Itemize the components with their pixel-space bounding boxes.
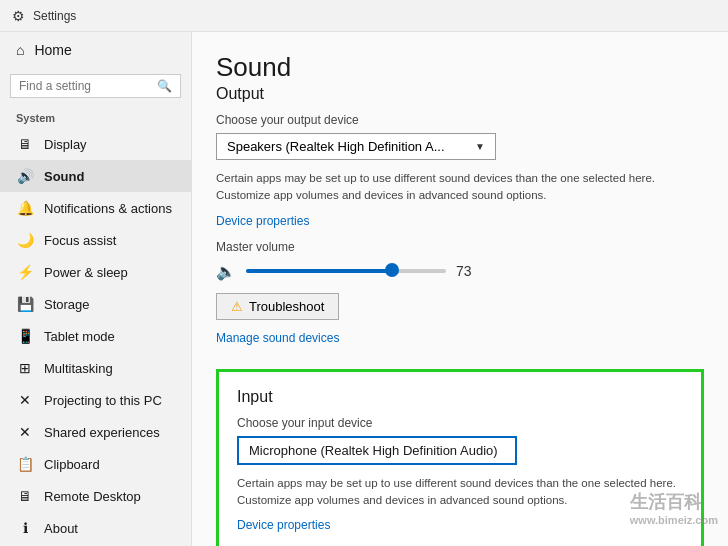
display-icon: 🖥 [16, 136, 34, 152]
volume-row: 🔈 73 [216, 262, 704, 281]
output-device-properties-link[interactable]: Device properties [216, 214, 309, 228]
projecting-icon: ✕ [16, 392, 34, 408]
main-layout: ⌂ Home 🔍 System 🖥 Display 🔊 Sound 🔔 Noti… [0, 32, 728, 546]
input-choose-label: Choose your input device [237, 416, 683, 430]
clipboard-icon: 📋 [16, 456, 34, 472]
sidebar-item-sound[interactable]: 🔊 Sound [0, 160, 191, 192]
output-choose-label: Choose your output device [216, 113, 704, 127]
warning-icon: ⚠ [231, 299, 243, 314]
sidebar-item-about[interactable]: ℹ About [0, 512, 191, 544]
slider-thumb[interactable] [385, 263, 399, 277]
search-input[interactable] [19, 79, 157, 93]
volume-slider[interactable] [246, 269, 446, 273]
content-area: Sound Output Choose your output device S… [192, 32, 728, 546]
input-description: Certain apps may be set up to use differ… [237, 475, 683, 510]
output-troubleshoot-button[interactable]: ⚠ Troubleshoot [216, 293, 339, 320]
page-title: Sound [216, 52, 704, 83]
sound-icon: 🔊 [16, 168, 34, 184]
sidebar-item-display[interactable]: 🖥 Display [0, 128, 191, 160]
notifications-icon: 🔔 [16, 200, 34, 216]
sidebar-item-shared[interactable]: ✕ Shared experiences [0, 416, 191, 448]
multitasking-icon: ⊞ [16, 360, 34, 376]
sidebar-item-storage[interactable]: 💾 Storage [0, 288, 191, 320]
storage-icon: 💾 [16, 296, 34, 312]
input-section-title: Input [237, 388, 683, 406]
sidebar-section-label: System [0, 104, 191, 128]
about-icon: ℹ [16, 520, 34, 536]
volume-icon: 🔈 [216, 262, 236, 281]
focus-icon: 🌙 [16, 232, 34, 248]
master-volume-label: Master volume [216, 240, 704, 254]
volume-value: 73 [456, 263, 472, 279]
sidebar-item-focus[interactable]: 🌙 Focus assist [0, 224, 191, 256]
sidebar-item-multitasking[interactable]: ⊞ Multitasking [0, 352, 191, 384]
settings-icon: ⚙ [12, 8, 25, 24]
input-section: Input Choose your input device Microphon… [216, 369, 704, 547]
output-device-value: Speakers (Realtek High Definition A... [227, 139, 445, 154]
search-icon: 🔍 [157, 79, 172, 93]
shared-icon: ✕ [16, 424, 34, 440]
sidebar-item-remote[interactable]: 🖥 Remote Desktop [0, 480, 191, 512]
output-manage-sound-link[interactable]: Manage sound devices [216, 331, 339, 345]
volume-section: Master volume 🔈 73 [216, 240, 704, 281]
output-device-dropdown[interactable]: Speakers (Realtek High Definition A... ▼ [216, 133, 496, 160]
output-description: Certain apps may be set up to use differ… [216, 170, 676, 205]
title-bar-label: Settings [33, 9, 76, 23]
sidebar-item-projecting[interactable]: ✕ Projecting to this PC [0, 384, 191, 416]
slider-fill [246, 269, 392, 273]
dropdown-arrow-icon: ▼ [475, 141, 485, 152]
remote-icon: 🖥 [16, 488, 34, 504]
input-device-selected[interactable]: Microphone (Realtek High Definition Audi… [237, 436, 517, 465]
power-icon: ⚡ [16, 264, 34, 280]
sidebar-item-tablet[interactable]: 📱 Tablet mode [0, 320, 191, 352]
sidebar-item-power[interactable]: ⚡ Power & sleep [0, 256, 191, 288]
sidebar-item-notifications[interactable]: 🔔 Notifications & actions [0, 192, 191, 224]
sidebar: ⌂ Home 🔍 System 🖥 Display 🔊 Sound 🔔 Noti… [0, 32, 192, 546]
sidebar-item-clipboard[interactable]: 📋 Clipboard [0, 448, 191, 480]
title-bar: ⚙ Settings [0, 0, 728, 32]
home-icon: ⌂ [16, 42, 24, 58]
input-device-properties-link[interactable]: Device properties [237, 518, 330, 532]
tablet-icon: 📱 [16, 328, 34, 344]
sidebar-item-home[interactable]: ⌂ Home [0, 32, 191, 68]
search-box[interactable]: 🔍 [10, 74, 181, 98]
output-section-title: Output [216, 85, 704, 103]
